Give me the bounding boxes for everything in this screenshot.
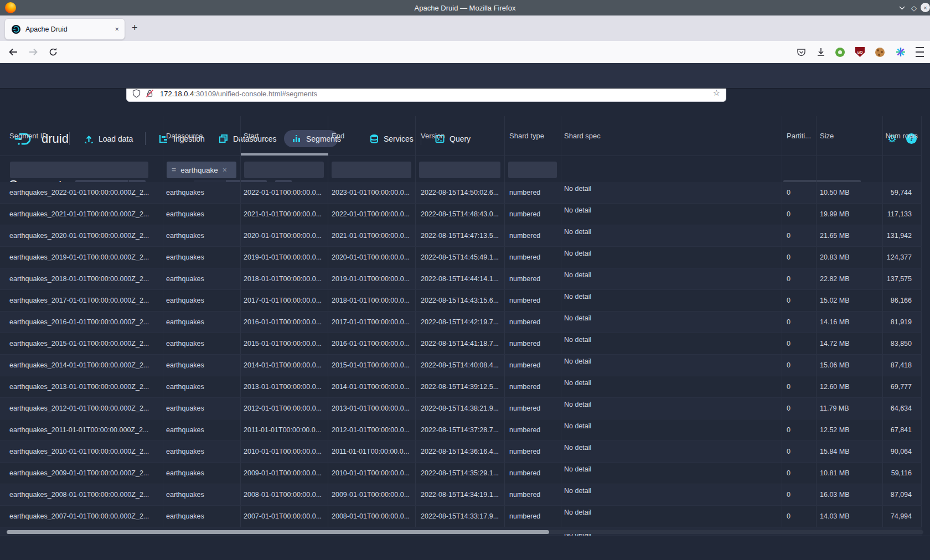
cell-size: 12.60 MB bbox=[817, 376, 883, 397]
cell-end: 2009-01-01T00:00:00.0... bbox=[328, 484, 416, 505]
window-maximize-button[interactable]: ◇ bbox=[909, 3, 919, 13]
pocket-icon[interactable] bbox=[795, 41, 807, 63]
cell-num_rows: 67,841 bbox=[883, 419, 922, 440]
filter-input-id[interactable] bbox=[10, 162, 148, 178]
filter-chip-datasource[interactable]: =earthquake× bbox=[167, 162, 236, 178]
table-row[interactable]: earthquakes_2013-01-01T00:00:00.000Z_2..… bbox=[0, 376, 922, 398]
table-row[interactable]: earthquakes_2011-01-01T00:00:00.000Z_2..… bbox=[0, 419, 922, 441]
cell-id: earthquakes_2022-01-01T00:00:00.000Z_2..… bbox=[0, 182, 163, 203]
filter-input-version[interactable] bbox=[419, 162, 500, 178]
extension-green-icon[interactable] bbox=[835, 48, 845, 57]
column-header-shard_spec[interactable]: Shard spec bbox=[561, 116, 782, 155]
cell-shard_spec: No detail bbox=[561, 506, 782, 527]
table-row[interactable]: earthquakes_2021-01-01T00:00:00.000Z_2..… bbox=[0, 204, 922, 225]
filter-cell-id bbox=[0, 156, 163, 182]
cell-num_rows: 74,994 bbox=[883, 506, 922, 527]
cell-shard_spec: No detail bbox=[561, 333, 782, 354]
cell-shard_type: numbered bbox=[505, 290, 561, 311]
downloads-icon[interactable] bbox=[815, 41, 827, 63]
reload-button[interactable] bbox=[48, 41, 59, 63]
filter-cell-datasource: =earthquake× bbox=[163, 156, 241, 182]
table-row[interactable]: earthquakes_2016-01-01T00:00:00.000Z_2..… bbox=[0, 312, 922, 333]
cell-start: 2019-01-01T00:00:00.0... bbox=[241, 247, 328, 268]
cell-partition: 0 bbox=[782, 355, 817, 376]
cell-shard_spec: No detail bbox=[561, 290, 782, 311]
cell-shard_type: numbered bbox=[505, 376, 561, 397]
table-row[interactable]: earthquakes_2022-01-01T00:00:00.000Z_2..… bbox=[0, 182, 922, 204]
cell-start: 2009-01-01T00:00:00.0... bbox=[241, 463, 328, 484]
column-header-end[interactable]: End bbox=[328, 116, 416, 155]
cell-partition: 0 bbox=[782, 441, 817, 462]
tab-close-icon[interactable]: × bbox=[115, 25, 119, 33]
cell-id: earthquakes_2016-01-01T00:00:00.000Z_2..… bbox=[0, 312, 163, 333]
filter-remove-icon[interactable]: × bbox=[223, 165, 227, 174]
window-minimize-button[interactable] bbox=[897, 3, 907, 13]
table-row[interactable]: earthquakes_2018-01-01T00:00:00.000Z_2..… bbox=[0, 268, 922, 290]
cell-shard_spec: No detail bbox=[561, 268, 782, 289]
table-row[interactable]: earthquakes_2020-01-01T00:00:00.000Z_2..… bbox=[0, 225, 922, 247]
column-header-datasource[interactable]: Datasource bbox=[163, 116, 241, 155]
cell-num_rows: 90,064 bbox=[883, 441, 922, 462]
back-button[interactable] bbox=[8, 41, 19, 63]
table-row[interactable]: earthquakes_2014-01-01T00:00:00.000Z_2..… bbox=[0, 355, 922, 376]
cell-partition: 0 bbox=[782, 484, 817, 505]
filter-cell-end bbox=[328, 156, 416, 182]
cell-size: 16.03 MB bbox=[817, 484, 883, 505]
window-title: Apache Druid — Mozilla Firefox bbox=[0, 0, 930, 15]
cell-datasource: earthquakes bbox=[163, 290, 241, 311]
column-header-size[interactable]: Size bbox=[817, 116, 883, 155]
column-header-shard_type[interactable]: Shard type bbox=[505, 116, 561, 155]
ublock-shield-icon[interactable]: uO bbox=[855, 47, 865, 57]
cell-shard_type: numbered bbox=[505, 182, 561, 203]
forward-button[interactable] bbox=[28, 41, 39, 63]
filter-input-shard_type[interactable] bbox=[508, 162, 557, 178]
tab-title: Apache Druid bbox=[25, 25, 115, 33]
table-row[interactable]: earthquakes_2019-01-01T00:00:00.000Z_2..… bbox=[0, 247, 922, 268]
table-row[interactable]: earthquakes_2012-01-01T00:00:00.000Z_2..… bbox=[0, 398, 922, 419]
cell-datasource: earthquakes bbox=[163, 268, 241, 289]
filter-input-end[interactable] bbox=[332, 162, 411, 178]
filter-input-start[interactable] bbox=[244, 162, 324, 178]
page-header: Segments Refresh ▾ Group by None Interva… bbox=[0, 88, 930, 116]
cell-end: 2012-01-01T00:00:00.0... bbox=[328, 419, 416, 440]
cell-version: 2022-08-15T14:45:49.1... bbox=[416, 247, 505, 268]
cell-start: 2018-01-01T00:00:00.0... bbox=[241, 268, 328, 289]
table-row[interactable]: earthquakes_2015-01-01T00:00:00.000Z_2..… bbox=[0, 333, 922, 355]
cell-start: 2017-01-01T00:00:00.0... bbox=[241, 290, 328, 311]
cell-id: earthquakes_2020-01-01T00:00:00.000Z_2..… bbox=[0, 225, 163, 246]
menu-hamburger-icon[interactable] bbox=[913, 41, 926, 63]
sort-indicator bbox=[241, 153, 328, 155]
cell-num_rows: 64,634 bbox=[883, 398, 922, 419]
cell-end: 2019-01-01T00:00:00.0... bbox=[328, 268, 416, 289]
screen: Apache Druid — Mozilla Firefox ◇ × Apach… bbox=[0, 0, 930, 560]
horizontal-scrollbar-thumb[interactable] bbox=[7, 530, 549, 534]
cell-num_rows: 131,942 bbox=[883, 225, 922, 246]
table-row[interactable]: earthquakes_2010-01-01T00:00:00.000Z_2..… bbox=[0, 441, 922, 463]
cell-datasource: earthquakes bbox=[163, 204, 241, 225]
extension-asterisk-icon[interactable] bbox=[895, 41, 907, 63]
cell-start: 2015-01-01T00:00:00.0... bbox=[241, 333, 328, 354]
cell-partition: 0 bbox=[782, 376, 817, 397]
cell-partition: 0 bbox=[782, 419, 817, 440]
new-tab-button[interactable]: + bbox=[132, 22, 138, 34]
column-header-version[interactable]: Version bbox=[416, 116, 505, 155]
table-row[interactable]: earthquakes_2009-01-01T00:00:00.000Z_2..… bbox=[0, 463, 922, 484]
table-row[interactable]: earthquakes_2008-01-01T00:00:00.000Z_2..… bbox=[0, 484, 922, 506]
cell-partition: 0 bbox=[782, 225, 817, 246]
druid-favicon-icon bbox=[12, 25, 20, 34]
filter-operator: = bbox=[172, 165, 176, 174]
browser-tab[interactable]: Apache Druid × bbox=[4, 18, 125, 40]
table-row[interactable]: earthquakes_2007-01-01T00:00:00.000Z_2..… bbox=[0, 506, 922, 527]
column-header-id[interactable]: Segment ID bbox=[0, 116, 163, 155]
cell-shard_type: numbered bbox=[505, 355, 561, 376]
table-row[interactable]: earthquakes_2017-01-01T00:00:00.000Z_2..… bbox=[0, 290, 922, 312]
cell-datasource: earthquakes bbox=[163, 182, 241, 203]
cell-num_rows: 69,777 bbox=[883, 376, 922, 397]
column-header-partition[interactable]: Partiti... bbox=[782, 116, 817, 155]
cookie-extension-icon[interactable] bbox=[875, 48, 885, 57]
cell-start: 2021-01-01T00:00:00.0... bbox=[241, 204, 328, 225]
column-header-start[interactable]: Start bbox=[241, 116, 328, 155]
window-close-button[interactable]: × bbox=[921, 3, 930, 12]
cell-shard_type: numbered bbox=[505, 484, 561, 505]
column-header-num_rows[interactable]: Num rows bbox=[883, 116, 922, 155]
